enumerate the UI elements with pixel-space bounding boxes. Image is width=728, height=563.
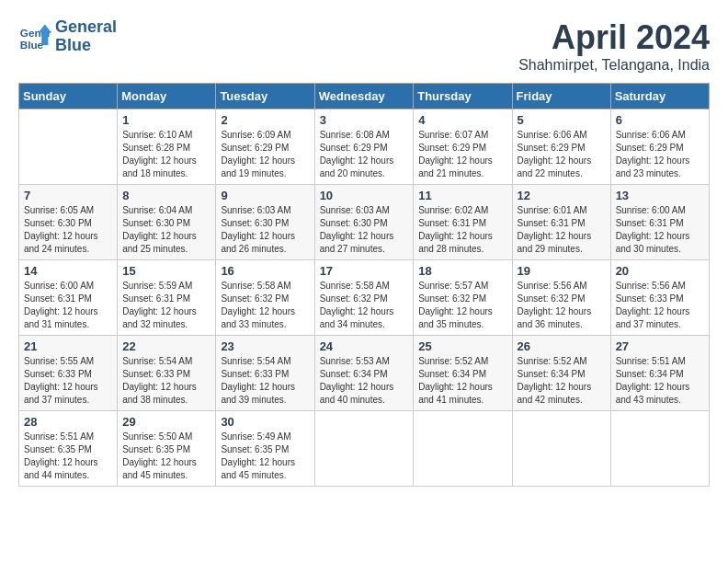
day-number: 24	[320, 339, 409, 353]
logo-text-line1: General	[55, 18, 117, 37]
day-number: 10	[320, 189, 409, 202]
day-info: Sunrise: 6:00 AMSunset: 6:31 PMDaylight:…	[616, 204, 704, 256]
calendar-cell: 26Sunrise: 5:52 AMSunset: 6:34 PMDayligh…	[512, 336, 610, 411]
calendar-week-2: 7Sunrise: 6:05 AMSunset: 6:30 PMDaylight…	[19, 185, 710, 260]
col-header-monday: Monday	[118, 84, 216, 109]
calendar-cell	[414, 411, 512, 487]
logo: General Blue General Blue	[18, 18, 117, 55]
day-number: 17	[320, 264, 409, 278]
day-info: Sunrise: 5:51 AMSunset: 6:35 PMDaylight:…	[24, 431, 112, 482]
calendar-cell: 28Sunrise: 5:51 AMSunset: 6:35 PMDayligh…	[19, 411, 118, 487]
col-header-thursday: Thursday	[414, 84, 512, 109]
day-number: 23	[221, 339, 309, 353]
day-number: 16	[221, 264, 309, 278]
day-info: Sunrise: 6:06 AMSunset: 6:29 PMDaylight:…	[518, 129, 606, 180]
calendar-cell: 2Sunrise: 6:09 AMSunset: 6:29 PMDaylight…	[216, 109, 314, 185]
day-number: 15	[122, 264, 210, 278]
calendar-cell: 16Sunrise: 5:58 AMSunset: 6:32 PMDayligh…	[216, 260, 314, 336]
day-info: Sunrise: 5:59 AMSunset: 6:31 PMDaylight:…	[122, 280, 210, 331]
page-header: General Blue General Blue April 2024 Sha…	[18, 18, 710, 74]
title-area: April 2024 Shahmirpet, Telangana, India	[518, 18, 710, 74]
day-number: 1	[122, 113, 210, 127]
day-number: 30	[221, 415, 309, 429]
calendar-cell: 24Sunrise: 5:53 AMSunset: 6:34 PMDayligh…	[314, 336, 414, 411]
calendar-cell	[610, 411, 709, 487]
day-number: 21	[24, 339, 112, 353]
day-number: 28	[24, 415, 112, 429]
day-info: Sunrise: 6:09 AMSunset: 6:29 PMDaylight:…	[221, 129, 309, 180]
calendar-cell: 4Sunrise: 6:07 AMSunset: 6:29 PMDaylight…	[414, 109, 512, 185]
col-header-friday: Friday	[512, 84, 610, 109]
calendar-week-5: 28Sunrise: 5:51 AMSunset: 6:35 PMDayligh…	[19, 411, 710, 487]
day-number: 19	[518, 264, 606, 278]
calendar-cell: 30Sunrise: 5:49 AMSunset: 6:35 PMDayligh…	[216, 411, 314, 487]
calendar-cell: 20Sunrise: 5:56 AMSunset: 6:33 PMDayligh…	[610, 260, 709, 336]
day-number: 22	[122, 339, 210, 353]
day-number: 11	[418, 189, 506, 202]
day-number: 20	[616, 264, 704, 278]
day-info: Sunrise: 5:56 AMSunset: 6:32 PMDaylight:…	[518, 280, 606, 331]
day-number: 5	[518, 113, 606, 127]
day-info: Sunrise: 5:56 AMSunset: 6:33 PMDaylight:…	[616, 280, 704, 331]
col-header-sunday: Sunday	[19, 84, 118, 109]
logo-icon: General Blue	[18, 20, 51, 53]
svg-text:Blue: Blue	[20, 38, 44, 50]
calendar-cell: 29Sunrise: 5:50 AMSunset: 6:35 PMDayligh…	[118, 411, 216, 487]
day-number: 12	[518, 189, 606, 202]
calendar-cell: 6Sunrise: 6:06 AMSunset: 6:29 PMDaylight…	[610, 109, 709, 185]
day-info: Sunrise: 5:57 AMSunset: 6:32 PMDaylight:…	[418, 280, 506, 331]
calendar-cell: 10Sunrise: 6:03 AMSunset: 6:30 PMDayligh…	[314, 185, 414, 260]
calendar-cell: 3Sunrise: 6:08 AMSunset: 6:29 PMDaylight…	[314, 109, 414, 185]
day-info: Sunrise: 5:51 AMSunset: 6:34 PMDaylight:…	[616, 355, 704, 407]
calendar-cell: 5Sunrise: 6:06 AMSunset: 6:29 PMDaylight…	[512, 109, 610, 185]
calendar-cell: 27Sunrise: 5:51 AMSunset: 6:34 PMDayligh…	[610, 336, 709, 411]
calendar-cell: 13Sunrise: 6:00 AMSunset: 6:31 PMDayligh…	[610, 185, 709, 260]
col-header-wednesday: Wednesday	[314, 84, 414, 109]
day-info: Sunrise: 6:08 AMSunset: 6:29 PMDaylight:…	[320, 129, 409, 180]
day-number: 26	[518, 339, 606, 353]
day-info: Sunrise: 5:58 AMSunset: 6:32 PMDaylight:…	[221, 280, 309, 331]
calendar-cell: 14Sunrise: 6:00 AMSunset: 6:31 PMDayligh…	[19, 260, 118, 336]
day-number: 6	[616, 113, 704, 127]
day-number: 8	[122, 189, 210, 202]
calendar-cell: 1Sunrise: 6:10 AMSunset: 6:28 PMDaylight…	[118, 109, 216, 185]
calendar-week-4: 21Sunrise: 5:55 AMSunset: 6:33 PMDayligh…	[19, 336, 710, 411]
day-info: Sunrise: 5:50 AMSunset: 6:35 PMDaylight:…	[122, 431, 210, 482]
calendar-cell: 25Sunrise: 5:52 AMSunset: 6:34 PMDayligh…	[414, 336, 512, 411]
calendar-table: SundayMondayTuesdayWednesdayThursdayFrid…	[18, 83, 710, 487]
calendar-cell: 18Sunrise: 5:57 AMSunset: 6:32 PMDayligh…	[414, 260, 512, 336]
calendar-cell: 22Sunrise: 5:54 AMSunset: 6:33 PMDayligh…	[118, 336, 216, 411]
calendar-cell: 21Sunrise: 5:55 AMSunset: 6:33 PMDayligh…	[19, 336, 118, 411]
day-info: Sunrise: 6:04 AMSunset: 6:30 PMDaylight:…	[122, 204, 210, 256]
calendar-cell: 12Sunrise: 6:01 AMSunset: 6:31 PMDayligh…	[512, 185, 610, 260]
calendar-cell: 23Sunrise: 5:54 AMSunset: 6:33 PMDayligh…	[216, 336, 314, 411]
calendar-cell	[19, 109, 118, 185]
day-info: Sunrise: 5:49 AMSunset: 6:35 PMDaylight:…	[221, 431, 309, 482]
day-info: Sunrise: 5:58 AMSunset: 6:32 PMDaylight:…	[320, 280, 409, 331]
day-info: Sunrise: 5:54 AMSunset: 6:33 PMDaylight:…	[122, 355, 210, 407]
day-info: Sunrise: 6:00 AMSunset: 6:31 PMDaylight:…	[24, 280, 112, 331]
calendar-week-3: 14Sunrise: 6:00 AMSunset: 6:31 PMDayligh…	[19, 260, 710, 336]
day-info: Sunrise: 6:03 AMSunset: 6:30 PMDaylight:…	[320, 204, 409, 256]
col-header-saturday: Saturday	[610, 84, 709, 109]
location-subtitle: Shahmirpet, Telangana, India	[518, 57, 710, 74]
day-number: 9	[221, 189, 309, 202]
day-info: Sunrise: 5:52 AMSunset: 6:34 PMDaylight:…	[518, 355, 606, 407]
calendar-header-row: SundayMondayTuesdayWednesdayThursdayFrid…	[19, 84, 710, 109]
day-number: 29	[122, 415, 210, 429]
day-number: 14	[24, 264, 112, 278]
col-header-tuesday: Tuesday	[216, 84, 314, 109]
day-number: 25	[418, 339, 506, 353]
day-number: 3	[320, 113, 409, 127]
day-number: 7	[24, 189, 112, 202]
day-number: 2	[221, 113, 309, 127]
day-info: Sunrise: 6:10 AMSunset: 6:28 PMDaylight:…	[122, 129, 210, 180]
day-info: Sunrise: 6:05 AMSunset: 6:30 PMDaylight:…	[24, 204, 112, 256]
month-year-title: April 2024	[518, 18, 710, 57]
day-info: Sunrise: 5:55 AMSunset: 6:33 PMDaylight:…	[24, 355, 112, 407]
day-info: Sunrise: 6:03 AMSunset: 6:30 PMDaylight:…	[221, 204, 309, 256]
day-number: 4	[418, 113, 506, 127]
calendar-cell: 17Sunrise: 5:58 AMSunset: 6:32 PMDayligh…	[314, 260, 414, 336]
calendar-cell	[314, 411, 414, 487]
calendar-cell: 7Sunrise: 6:05 AMSunset: 6:30 PMDaylight…	[19, 185, 118, 260]
